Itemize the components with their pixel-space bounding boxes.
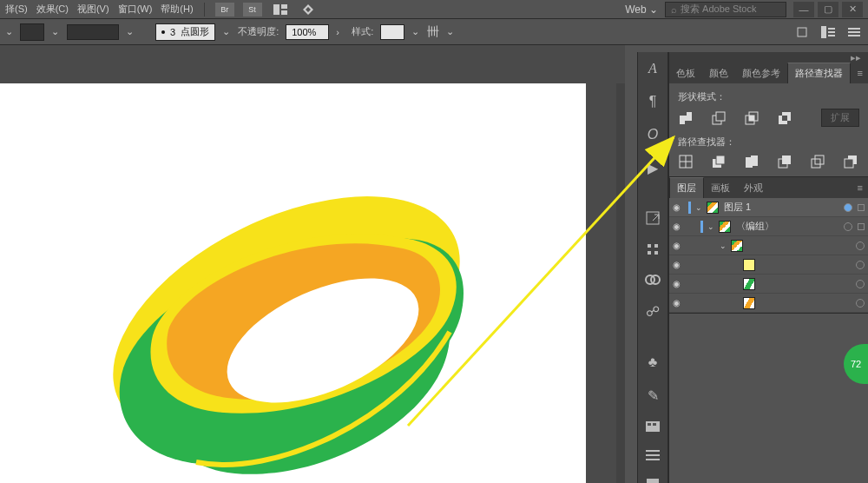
paragraph-icon[interactable]: ¶ bbox=[644, 94, 661, 109]
tab-appearance[interactable]: 外观 bbox=[737, 177, 770, 198]
layer-row[interactable]: ◉⌄ bbox=[669, 236, 868, 255]
trim-icon[interactable] bbox=[711, 154, 727, 169]
export-icon[interactable] bbox=[644, 211, 661, 225]
text-tool-icon[interactable]: A bbox=[644, 61, 661, 76]
crop-icon[interactable] bbox=[777, 154, 792, 169]
panel-layout-icon[interactable] bbox=[819, 23, 837, 41]
workspace-switcher[interactable]: Web ⌄ bbox=[625, 3, 658, 16]
panel-menu-icon[interactable] bbox=[845, 23, 863, 41]
target-icon[interactable] bbox=[856, 299, 865, 308]
visibility-icon[interactable]: ◉ bbox=[673, 298, 685, 308]
menu-window[interactable]: 窗口(W) bbox=[118, 3, 153, 16]
symbols-icon[interactable]: ♣ bbox=[644, 354, 661, 370]
menu-effect[interactable]: 效果(C) bbox=[36, 3, 69, 16]
gpu-icon[interactable] bbox=[299, 3, 318, 17]
opacity-menu[interactable]: › bbox=[336, 27, 345, 37]
minus-back-icon[interactable] bbox=[843, 154, 858, 169]
layer-row[interactable]: ◉ bbox=[669, 275, 868, 294]
style-menu[interactable]: ⌄ bbox=[411, 26, 420, 37]
stroke-color[interactable] bbox=[67, 24, 119, 40]
layer-row[interactable]: ◉ bbox=[669, 294, 868, 313]
expand-triangle-icon[interactable]: ⌄ bbox=[694, 203, 703, 212]
play-icon[interactable]: ▶ bbox=[644, 160, 661, 176]
divide-icon[interactable] bbox=[678, 154, 694, 169]
menu-help[interactable]: 帮助(H) bbox=[161, 3, 193, 16]
visibility-icon[interactable]: ◉ bbox=[673, 260, 685, 269]
target-icon[interactable] bbox=[856, 280, 865, 288]
selection-box[interactable] bbox=[858, 223, 865, 230]
svg-rect-50 bbox=[782, 155, 791, 164]
stock-search-input[interactable]: ⌕ 搜索 Adobe Stock bbox=[665, 2, 786, 17]
cc-libraries-icon[interactable] bbox=[644, 274, 661, 286]
panel-collapse-bar[interactable]: ▸▸ bbox=[669, 52, 868, 63]
fill-swatch-menu[interactable]: ⌄ bbox=[51, 26, 60, 37]
ring-artwork[interactable] bbox=[69, 66, 521, 483]
brush-preset[interactable]: 3 点圆形 bbox=[155, 23, 215, 41]
opentype-icon[interactable]: O bbox=[644, 127, 661, 142]
menu-view[interactable]: 视图(V) bbox=[77, 3, 109, 16]
stock-icon[interactable]: St bbox=[243, 3, 262, 17]
layers-panel: 图层 画板 外观 ≡ ◉⌄图层 1◉⌄〈编组〉◉⌄◉◉◉ bbox=[669, 177, 868, 314]
tab-swatches[interactable]: 色板 bbox=[669, 63, 702, 83]
style-swatch[interactable] bbox=[380, 24, 404, 40]
merge-icon[interactable] bbox=[744, 154, 760, 169]
panel-menu-icon[interactable]: ≡ bbox=[852, 68, 868, 78]
target-icon[interactable] bbox=[856, 242, 865, 250]
visibility-icon[interactable]: ◉ bbox=[673, 279, 685, 288]
visibility-icon[interactable]: ◉ bbox=[673, 202, 685, 212]
canvas-area[interactable] bbox=[0, 45, 625, 483]
fill-swatch[interactable] bbox=[20, 23, 44, 41]
outline-icon[interactable] bbox=[810, 154, 825, 169]
vertical-scrollbar[interactable] bbox=[616, 83, 625, 483]
opacity-input[interactable]: 100% bbox=[286, 24, 329, 40]
gradient-icon[interactable] bbox=[644, 479, 661, 483]
chevron-down-icon[interactable]: ⌄ bbox=[5, 26, 13, 37]
stroke-color-menu[interactable]: ⌄ bbox=[126, 26, 135, 37]
panel-options-icon[interactable] bbox=[793, 23, 811, 41]
stroke-panel-icon[interactable] bbox=[644, 449, 661, 461]
layers-panel-menu-icon[interactable]: ≡ bbox=[852, 182, 868, 193]
menu-select[interactable]: 择(S) bbox=[5, 3, 28, 16]
layer-row[interactable]: ◉⌄〈编组〉 bbox=[669, 217, 868, 236]
maximize-button[interactable]: ▢ bbox=[818, 2, 838, 17]
pathfinder-panel: 色板 颜色 颜色参考 路径查找器 ≡ 形状模式： 扩展 路径查找器： bbox=[669, 63, 868, 177]
layer-name[interactable]: 〈编组〉 bbox=[736, 220, 840, 233]
arrange-icon[interactable] bbox=[271, 3, 290, 17]
expand-triangle-icon[interactable]: ⌄ bbox=[719, 242, 727, 250]
minus-front-icon[interactable] bbox=[711, 110, 727, 126]
target-icon[interactable] bbox=[856, 261, 865, 269]
layer-row[interactable]: ◉⌄图层 1 bbox=[669, 198, 868, 217]
layer-name[interactable]: 图层 1 bbox=[724, 201, 840, 214]
minimize-button[interactable]: — bbox=[793, 2, 814, 17]
exclude-icon[interactable] bbox=[777, 110, 792, 126]
tab-artboards[interactable]: 画板 bbox=[704, 177, 737, 198]
svg-rect-24 bbox=[646, 454, 660, 456]
tab-layers[interactable]: 图层 bbox=[669, 177, 704, 198]
layer-row[interactable]: ◉ bbox=[669, 255, 868, 275]
swatches-icon[interactable] bbox=[644, 421, 661, 432]
svg-rect-2 bbox=[281, 10, 287, 15]
links-icon[interactable]: ☍ bbox=[644, 303, 661, 320]
bridge-icon[interactable]: Br bbox=[215, 3, 234, 17]
svg-rect-14 bbox=[648, 244, 651, 248]
visibility-icon[interactable]: ◉ bbox=[673, 241, 685, 250]
svg-rect-0 bbox=[273, 4, 279, 15]
expand-button[interactable]: 扩展 bbox=[821, 109, 859, 127]
target-icon[interactable] bbox=[844, 222, 852, 231]
tab-colorguide[interactable]: 颜色参考 bbox=[735, 63, 787, 83]
svg-rect-4 bbox=[821, 26, 826, 38]
brush-preset-menu[interactable]: ⌄ bbox=[222, 26, 231, 37]
close-button[interactable]: ✕ bbox=[842, 2, 863, 17]
align-grid-icon[interactable] bbox=[644, 242, 661, 256]
visibility-icon[interactable]: ◉ bbox=[673, 222, 685, 231]
selection-box[interactable] bbox=[858, 204, 865, 211]
unite-icon[interactable] bbox=[678, 110, 694, 126]
align-icon[interactable]: 卌 bbox=[427, 24, 439, 40]
tab-color[interactable]: 颜色 bbox=[702, 63, 735, 83]
target-icon[interactable] bbox=[844, 203, 852, 212]
tab-pathfinder[interactable]: 路径查找器 bbox=[787, 63, 851, 83]
intersect-icon[interactable] bbox=[744, 110, 760, 126]
brushes-icon[interactable]: ✎ bbox=[644, 387, 661, 404]
expand-triangle-icon[interactable]: ⌄ bbox=[707, 222, 715, 231]
artboard[interactable] bbox=[0, 83, 586, 483]
